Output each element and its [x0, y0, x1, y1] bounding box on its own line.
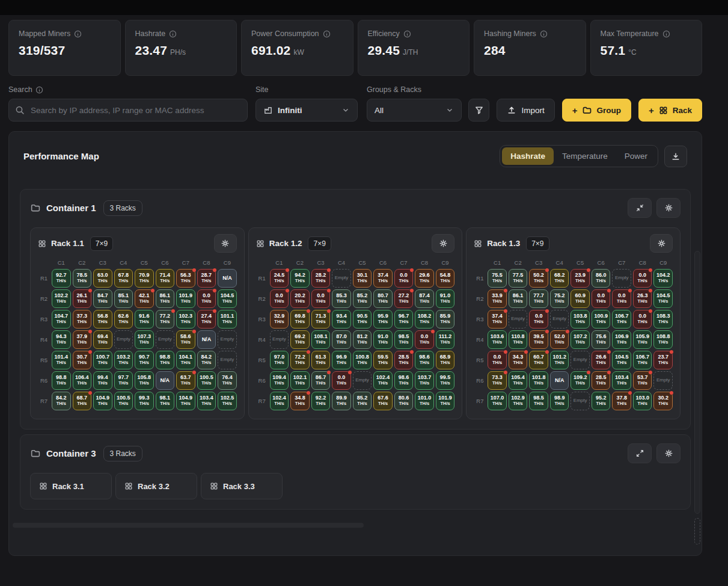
- empty-slot-cell[interactable]: Empty: [653, 371, 673, 390]
- add-rack-button[interactable]: + Rack: [638, 99, 702, 122]
- miner-cell[interactable]: 58.6TH/s: [176, 330, 195, 349]
- miner-cell[interactable]: 98.5TH/s: [394, 330, 414, 349]
- miner-cell[interactable]: 80.6TH/s: [394, 392, 414, 410]
- empty-slot-cell[interactable]: Empty: [218, 330, 237, 349]
- miner-cell[interactable]: 27.2TH/s: [394, 289, 414, 308]
- site-select[interactable]: Infiniti: [255, 99, 358, 122]
- miner-cell[interactable]: 92.2TH/s: [311, 392, 331, 410]
- tab-temperature[interactable]: Temperature: [554, 147, 616, 165]
- miner-cell[interactable]: 104.5TH/s: [218, 289, 237, 308]
- miner-cell[interactable]: 99.5TH/s: [436, 371, 455, 390]
- miner-cell[interactable]: 37.8TH/s: [612, 392, 631, 410]
- miner-cell[interactable]: 104.2TH/s: [653, 269, 673, 288]
- miner-cell[interactable]: 91.0TH/s: [373, 330, 393, 349]
- miner-cell[interactable]: 34.3TH/s: [509, 351, 528, 369]
- na-miner-cell[interactable]: N/A: [550, 371, 569, 390]
- miner-cell[interactable]: 0.0TH/s: [270, 289, 289, 308]
- miner-cell[interactable]: 101.9TH/s: [176, 289, 195, 308]
- download-button[interactable]: [664, 146, 687, 167]
- horizontal-scrollbar-thumb[interactable]: [13, 523, 364, 528]
- miner-cell[interactable]: 60.9TH/s: [570, 289, 590, 308]
- miner-cell[interactable]: 108.8TH/s: [653, 330, 673, 349]
- miner-cell[interactable]: 77.2TH/s: [156, 310, 175, 328]
- miner-cell[interactable]: 102.4TH/s: [270, 392, 289, 410]
- miner-cell[interactable]: 0.0TH/s: [197, 289, 216, 308]
- miner-cell[interactable]: 50.2TH/s: [529, 269, 548, 288]
- miner-cell[interactable]: 103.8TH/s: [570, 310, 590, 328]
- miner-cell[interactable]: 100.9TH/s: [592, 310, 611, 328]
- miner-cell[interactable]: 0.0TH/s: [529, 310, 548, 328]
- miner-cell[interactable]: 103.6TH/s: [488, 330, 507, 349]
- miner-cell[interactable]: 109.2TH/s: [570, 371, 590, 390]
- miner-cell[interactable]: 85.2TH/s: [353, 392, 372, 410]
- miner-cell[interactable]: 30.2TH/s: [653, 392, 673, 410]
- miner-cell[interactable]: 75.2TH/s: [550, 289, 569, 308]
- miner-cell[interactable]: 104.7TH/s: [52, 310, 71, 328]
- search-input[interactable]: [8, 99, 248, 122]
- miner-cell[interactable]: 23.9TH/s: [570, 269, 590, 288]
- miner-cell[interactable]: 42.1TH/s: [135, 289, 154, 308]
- empty-slot-cell[interactable]: Empty: [156, 330, 175, 349]
- miner-cell[interactable]: 90.5TH/s: [353, 310, 372, 328]
- filter-button[interactable]: [468, 99, 489, 122]
- miner-cell[interactable]: 106.7TH/s: [612, 310, 631, 328]
- miner-cell[interactable]: 23.7TH/s: [653, 351, 673, 369]
- miner-cell[interactable]: 107.2TH/s: [570, 330, 590, 349]
- miner-cell[interactable]: 86.0TH/s: [592, 269, 611, 288]
- miner-cell[interactable]: 98.9TH/s: [550, 392, 569, 410]
- miner-cell[interactable]: 101.1TH/s: [218, 310, 237, 328]
- miner-cell[interactable]: 34.8TH/s: [290, 392, 310, 410]
- info-icon[interactable]: [403, 30, 411, 38]
- miner-cell[interactable]: 67.8TH/s: [114, 269, 133, 288]
- rack-settings-button[interactable]: [432, 234, 454, 253]
- tab-hashrate[interactable]: Hashrate: [502, 147, 554, 165]
- miner-cell[interactable]: 37.4TH/s: [488, 310, 507, 328]
- info-icon[interactable]: [35, 86, 43, 94]
- collapse-container-button[interactable]: [628, 198, 652, 218]
- miner-cell[interactable]: 28.5TH/s: [592, 371, 611, 390]
- miner-cell[interactable]: 106.4TH/s: [73, 371, 92, 390]
- miner-cell[interactable]: 104.9TH/s: [176, 392, 195, 410]
- miner-cell[interactable]: 107.0TH/s: [488, 392, 507, 410]
- miner-cell[interactable]: 76.4TH/s: [218, 371, 237, 390]
- miner-cell[interactable]: 0.0TH/s: [488, 351, 507, 369]
- miner-cell[interactable]: 100.5TH/s: [197, 371, 216, 390]
- miner-cell[interactable]: 106.7TH/s: [633, 351, 652, 369]
- miner-cell[interactable]: 87.4TH/s: [415, 289, 434, 308]
- miner-cell[interactable]: 0.0TH/s: [633, 310, 652, 328]
- miner-cell[interactable]: 84.2TH/s: [197, 351, 216, 369]
- miner-cell[interactable]: 111.2TH/s: [436, 330, 455, 349]
- miner-cell[interactable]: 101.0TH/s: [415, 392, 434, 410]
- miner-cell[interactable]: 0.0TH/s: [612, 289, 631, 308]
- miner-cell[interactable]: 109.4TH/s: [270, 371, 289, 390]
- miner-cell[interactable]: 98.1TH/s: [156, 392, 175, 410]
- miner-cell[interactable]: 53.7TH/s: [633, 371, 652, 390]
- miner-cell[interactable]: 87.0TH/s: [332, 330, 351, 349]
- miner-cell[interactable]: 94.2TH/s: [290, 269, 310, 288]
- container-settings-button[interactable]: [656, 443, 681, 463]
- miner-cell[interactable]: 77.5TH/s: [509, 269, 528, 288]
- miner-cell[interactable]: 62.6TH/s: [114, 310, 133, 328]
- miner-cell[interactable]: 85.1TH/s: [114, 289, 133, 308]
- miner-cell[interactable]: 89.9TH/s: [332, 392, 351, 410]
- miner-cell[interactable]: 0.0TH/s: [415, 330, 434, 349]
- miner-cell[interactable]: 85.3TH/s: [332, 289, 351, 308]
- miner-cell[interactable]: 63.0TH/s: [93, 269, 112, 288]
- miner-cell[interactable]: 69.8TH/s: [290, 310, 310, 328]
- empty-slot-cell[interactable]: Empty: [332, 269, 351, 288]
- miner-cell[interactable]: 30.7TH/s: [73, 351, 92, 369]
- miner-cell[interactable]: 70.9TH/s: [135, 269, 154, 288]
- miner-cell[interactable]: 86.1TH/s: [156, 289, 175, 308]
- miner-cell[interactable]: 101.8TH/s: [529, 371, 548, 390]
- miner-cell[interactable]: 85.2TH/s: [353, 289, 372, 308]
- miner-cell[interactable]: 71.3TH/s: [311, 310, 331, 328]
- miner-cell[interactable]: 69.4TH/s: [93, 330, 112, 349]
- miner-cell[interactable]: 99.4TH/s: [93, 371, 112, 390]
- miner-cell[interactable]: 102.9TH/s: [509, 392, 528, 410]
- miner-cell[interactable]: 0.0TH/s: [394, 269, 414, 288]
- miner-cell[interactable]: 93.4TH/s: [332, 310, 351, 328]
- miner-cell[interactable]: 0.0TH/s: [332, 371, 351, 390]
- miner-cell[interactable]: 72.2TH/s: [290, 351, 310, 369]
- miner-cell[interactable]: 56.8TH/s: [93, 310, 112, 328]
- info-icon[interactable]: [540, 30, 548, 38]
